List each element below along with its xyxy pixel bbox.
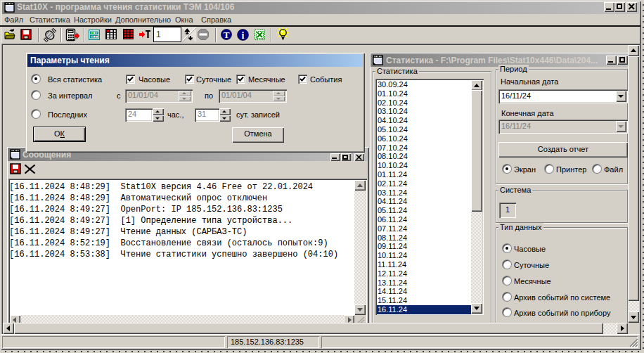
svg-text:i: i: [242, 30, 245, 41]
svg-text:T: T: [224, 30, 230, 40]
